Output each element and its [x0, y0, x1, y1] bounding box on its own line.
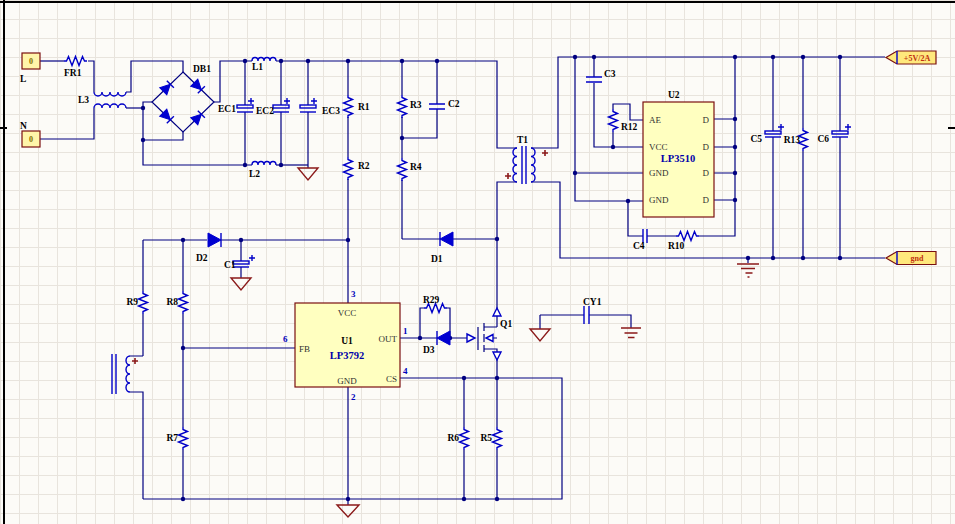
resistor-r29-label: R29: [423, 295, 440, 305]
capacitor-ec1-label: EC1: [218, 104, 236, 114]
resistor-r3-label: R3: [410, 100, 422, 110]
diode-d1[interactable]: D1: [431, 232, 453, 264]
capacitor-cy1[interactable]: CY1: [530, 297, 641, 341]
inductor-l1[interactable]: L1: [252, 58, 276, 73]
bridge-db1[interactable]: DB1: [152, 64, 214, 132]
resistor-r3[interactable]: R3: [398, 95, 422, 118]
capacitor-ec3[interactable]: EC3: [298, 98, 340, 180]
resistor-r5-label: R5: [480, 433, 492, 443]
ground-symbol: [231, 278, 251, 290]
mosfet-q1[interactable]: Q1: [467, 308, 512, 360]
resistor-r7-label: R7: [166, 433, 178, 443]
resistor-r13[interactable]: R13: [784, 128, 808, 151]
net-flag-vout[interactable]: +5V/2A: [886, 51, 936, 64]
port-line-label: L: [20, 74, 26, 84]
chip-u2[interactable]: U2 AE VCC GND GND D D D D LP3510: [643, 90, 714, 217]
port-line[interactable]: 0 L: [20, 53, 40, 84]
chip-u2-ref: U2: [668, 90, 680, 100]
fuse-fr1[interactable]: FR1: [64, 57, 87, 79]
chip-u2-part: LP3510: [661, 153, 695, 164]
aux-winding[interactable]: [112, 354, 138, 394]
capacitor-c4-label: C4: [633, 241, 645, 251]
chip-u2-pin-d1: D: [703, 115, 710, 125]
polarity-dot: [542, 150, 548, 156]
capacitor-c2[interactable]: C2: [429, 99, 460, 109]
ground-symbol: [298, 168, 318, 180]
capacitor-ec3-label: EC3: [322, 106, 340, 116]
chip-u1-pin1-number: 1: [403, 326, 408, 336]
resistor-r10[interactable]: R10: [668, 232, 699, 252]
chip-u2-pin-d3: D: [703, 168, 710, 178]
resistor-r2[interactable]: R2: [344, 157, 370, 180]
diode-d3[interactable]: D3: [423, 331, 450, 355]
net-flag-gnd-label: gnd: [911, 254, 924, 263]
capacitor-c1-label: C1: [224, 260, 236, 270]
chip-u2-pin-gnd2: GND: [649, 195, 669, 205]
resistor-r10-label: R10: [668, 241, 685, 251]
chip-u1-pin2-number: 2: [351, 392, 356, 402]
resistor-r4[interactable]: R4: [398, 158, 422, 181]
transformer-t1[interactable]: T1: [505, 135, 548, 184]
chip-u1-pin-gnd: GND: [337, 376, 357, 386]
diode-d2-label: D2: [196, 253, 208, 263]
capacitor-c5-label: C5: [750, 134, 762, 144]
schematic-canvas: 0 L 0 N FR1 L3 DB1 L1 L2 EC1: [0, 0, 955, 524]
earth-ground-symbol: [621, 328, 641, 338]
chip-u1-pin-cs: CS: [386, 374, 397, 384]
resistor-r5[interactable]: R5: [480, 427, 501, 450]
polarity-dot: [132, 358, 138, 364]
chip-u1[interactable]: VCC FB OUT GND CS U1 LP3792 3 6 1 4 2: [283, 289, 408, 402]
resistor-r6[interactable]: R6: [447, 427, 468, 450]
resistor-r12-label: R12: [621, 122, 638, 132]
capacitor-c6[interactable]: C6: [817, 124, 851, 144]
inductor-l2[interactable]: L2: [249, 162, 276, 179]
chip-u2-pin-ae: AE: [649, 115, 661, 125]
inductor-l2-label: L2: [249, 169, 260, 179]
resistor-r1-label: R1: [358, 102, 370, 112]
net-flag-gnd[interactable]: gnd: [886, 252, 936, 265]
diode-d1-label: D1: [431, 254, 443, 264]
resistor-r8[interactable]: R8: [166, 291, 187, 314]
port-neutral[interactable]: 0 N: [20, 121, 40, 147]
ground-u1: [337, 505, 359, 517]
net-flag-vout-label: +5V/2A: [904, 54, 931, 63]
ground-symbol: [530, 329, 550, 341]
choke-l3-label: L3: [78, 95, 89, 105]
resistor-r2-label: R2: [358, 161, 370, 171]
port-line-value: 0: [29, 57, 33, 66]
diode-d2[interactable]: D2: [196, 233, 221, 263]
resistor-r8-label: R8: [166, 297, 178, 307]
capacitor-c4[interactable]: C4: [633, 229, 647, 251]
chip-u1-pin4-number: 4: [403, 366, 408, 376]
capacitor-c2-label: C2: [448, 99, 460, 109]
chip-u1-pin6-number: 6: [283, 334, 288, 344]
polarity-dot: [505, 173, 511, 179]
chip-u2-pin-d4: D: [703, 195, 710, 205]
capacitor-c1[interactable]: C1: [224, 255, 255, 290]
capacitor-ec2[interactable]: EC2: [256, 98, 290, 116]
chip-u1-pin-out: OUT: [379, 334, 398, 344]
chip-u1-pin3-number: 3: [351, 289, 356, 299]
resistor-r9[interactable]: R9: [126, 291, 147, 314]
bridge-db1-label: DB1: [193, 64, 211, 74]
capacitor-c3[interactable]: C3: [586, 69, 616, 82]
chip-u1-part: LP3792: [330, 350, 364, 361]
choke-l3[interactable]: L3: [78, 92, 126, 108]
capacitor-ec1[interactable]: EC1: [218, 98, 254, 114]
chip-u1-ref: U1: [341, 336, 353, 346]
resistor-r6-label: R6: [447, 433, 459, 443]
resistor-r1[interactable]: R1: [344, 95, 370, 118]
chip-u1-pin-fb: FB: [299, 344, 310, 354]
ground-output: [737, 264, 759, 277]
mosfet-q1-label: Q1: [500, 319, 512, 329]
port-neutral-label: N: [20, 121, 27, 131]
diode-d3-label: D3: [423, 345, 435, 355]
resistor-r13-label: R13: [784, 135, 801, 145]
resistor-r29[interactable]: R29: [423, 295, 447, 313]
inductor-l1-label: L1: [252, 62, 263, 72]
capacitor-c6-label: C6: [817, 134, 829, 144]
capacitor-c5[interactable]: C5: [750, 124, 784, 144]
capacitor-cy1-label: CY1: [583, 297, 602, 307]
resistor-r7[interactable]: R7: [166, 427, 187, 450]
capacitor-c3-label: C3: [604, 69, 616, 79]
